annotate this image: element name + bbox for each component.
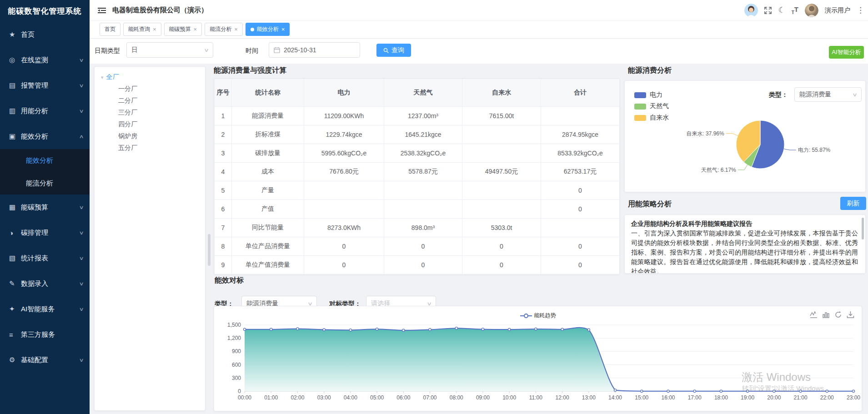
ai-analysis-button[interactable]: AI智能分析 — [829, 46, 864, 59]
sidebar-item-2[interactable]: ◎在线监测∨ — [0, 47, 90, 73]
table-cell: 1237.00m³ — [384, 107, 462, 125]
table-cell: 0 — [384, 256, 462, 274]
tab-2[interactable]: 能耗查询× — [123, 23, 161, 36]
table-row: 3碳排放量5995.60kgCO₂e2538.32kgCO₂e8533.92kg… — [215, 144, 620, 163]
sidebar-subitem-2[interactable]: 能流分析 — [0, 172, 90, 195]
x-axis-label: 21:00 — [794, 394, 808, 401]
user-avatar[interactable] — [805, 4, 818, 17]
company-title: 电器制造股份有限公司（演示） — [112, 6, 208, 15]
dark-mode-icon[interactable] — [778, 5, 785, 15]
table-cell: 8273.0KWh — [304, 219, 384, 237]
sidebar-item-10[interactable]: ✦AI智能服务∨ — [0, 296, 90, 322]
sidebar-item-12[interactable]: ⚙基础配置∨ — [0, 347, 90, 373]
data-point-marker — [296, 328, 299, 330]
close-icon[interactable]: × — [194, 26, 197, 33]
date-type-select[interactable]: 日 ∨ — [126, 42, 213, 58]
time-input[interactable]: 2025-10-31 — [269, 42, 360, 58]
query-button[interactable]: 查询 — [376, 44, 411, 57]
caret-down-icon[interactable] — [101, 75, 104, 80]
data-point-marker — [667, 390, 669, 392]
data-point-marker — [270, 328, 272, 330]
y-axis-label: 1,200 — [227, 335, 241, 341]
sidebar-item-4[interactable]: ▥用能分析∨ — [0, 98, 90, 124]
tree-node-6[interactable]: 五分厂 — [98, 142, 201, 154]
close-icon[interactable]: × — [281, 26, 285, 33]
tree-node-3[interactable]: 三分厂 — [98, 107, 201, 119]
x-axis-label: 11:00 — [529, 394, 542, 401]
x-axis-label: 15:00 — [635, 394, 648, 401]
config-icon: ⚙ — [9, 356, 21, 364]
report-icon: ▧ — [9, 254, 21, 262]
tab-label: 能耗查询 — [128, 25, 150, 33]
table-cell — [304, 181, 384, 200]
tree-node-5[interactable]: 锅炉房 — [98, 130, 201, 142]
data-point-marker — [641, 390, 643, 392]
table-cell: 7676.80元 — [304, 163, 384, 181]
table-row: 6产值0 — [215, 200, 620, 219]
fullscreen-icon[interactable] — [764, 7, 772, 14]
sidebar-item-5[interactable]: ▣能效分析∧ — [0, 124, 90, 149]
table-cell: 2874.95kgce — [541, 125, 620, 144]
sidebar-item-1[interactable]: ★首页 — [0, 22, 90, 47]
more-menu-icon[interactable] — [857, 5, 864, 15]
data-point-marker — [349, 329, 351, 331]
energy-trend-chart: 03006009001,2001,50000:0001:0002:0003:00… — [214, 306, 862, 411]
close-icon[interactable]: × — [153, 26, 156, 33]
table-cell: 0 — [462, 256, 541, 274]
sidebar-item-label: 数据录入 — [21, 279, 80, 288]
tree-children: 一分厂二分厂三分厂四分厂锅炉房五分厂 — [98, 83, 201, 154]
tab-3[interactable]: 能碳预算× — [164, 23, 202, 36]
user-name[interactable]: 演示用户 — [825, 6, 850, 15]
table-cell: 49497.50元 — [462, 163, 541, 181]
collapse-menu-icon[interactable] — [98, 7, 106, 14]
sidebar-item-9[interactable]: ✎数据录入∨ — [0, 271, 90, 296]
chevron-down-icon: ∨ — [79, 57, 84, 63]
table-row: 9单位产值消费量0000 — [215, 256, 620, 274]
factory-tree-panel: 全厂 一分厂二分厂三分厂四分厂锅炉房五分厂 — [94, 66, 206, 411]
data-point-marker — [614, 389, 616, 391]
tree-node-root[interactable]: 全厂 — [98, 71, 201, 83]
strategy-panel-title: 用能策略分析 — [628, 200, 672, 209]
sidebar-item-3[interactable]: ▤报警管理∨ — [0, 73, 90, 98]
tree-node-4[interactable]: 四分厂 — [98, 119, 201, 130]
data-point-marker — [693, 390, 696, 392]
refresh-button[interactable]: 刷新 — [840, 197, 866, 210]
data-point-marker — [323, 329, 325, 331]
sidebar-item-11[interactable]: ≡第三方服务 — [0, 322, 90, 347]
sidebar-item-label: 能效分析 — [21, 132, 80, 141]
pie-slice-label: 自来水: 37.96% — [686, 130, 724, 137]
tab-1[interactable]: 首页 — [100, 23, 120, 36]
tree-node-2[interactable]: 二分厂 — [98, 95, 201, 107]
x-axis-label: 13:00 — [582, 394, 596, 401]
strategy-scrollbar[interactable] — [862, 218, 864, 239]
chevron-down-icon: ∨ — [79, 255, 84, 261]
x-axis-label: 05:00 — [370, 394, 384, 401]
sidebar-item-label: 报警管理 — [21, 81, 80, 90]
content-scrollbar[interactable] — [208, 234, 211, 266]
benchmark-title: 能效对标 — [215, 276, 244, 285]
tab-4[interactable]: 能流分析× — [205, 23, 243, 36]
data-entry-icon: ✎ — [9, 279, 21, 288]
active-dot-icon — [251, 28, 254, 31]
assistant-avatar[interactable] — [744, 4, 758, 17]
sidebar-item-6[interactable]: ▦能碳预算∨ — [0, 195, 90, 220]
tree-node-1[interactable]: 一分厂 — [98, 83, 201, 95]
table-cell — [541, 107, 620, 125]
close-icon[interactable]: × — [234, 26, 238, 33]
tab-5[interactable]: 能效分析× — [246, 23, 290, 36]
sidebar-item-8[interactable]: ▧统计报表∨ — [0, 245, 90, 271]
x-axis-label: 18:00 — [714, 394, 728, 401]
sidebar-item-7[interactable]: ◑碳排管理∨ — [0, 220, 90, 245]
x-axis-label: 08:00 — [450, 394, 463, 401]
sidebar-subitem-1[interactable]: 能效分析 — [0, 149, 90, 172]
font-size-icon[interactable] — [792, 5, 798, 15]
x-axis-label: 23:00 — [847, 394, 860, 401]
chevron-down-icon: ∨ — [79, 306, 84, 312]
column-header: 自来水 — [462, 79, 541, 107]
x-axis-label: 14:00 — [608, 394, 622, 401]
budget-icon: ▦ — [9, 203, 21, 211]
data-point-marker — [376, 328, 378, 330]
x-axis-label: 19:00 — [741, 394, 754, 401]
column-header: 统计名称 — [232, 79, 304, 107]
x-axis-label: 01:00 — [264, 394, 278, 401]
